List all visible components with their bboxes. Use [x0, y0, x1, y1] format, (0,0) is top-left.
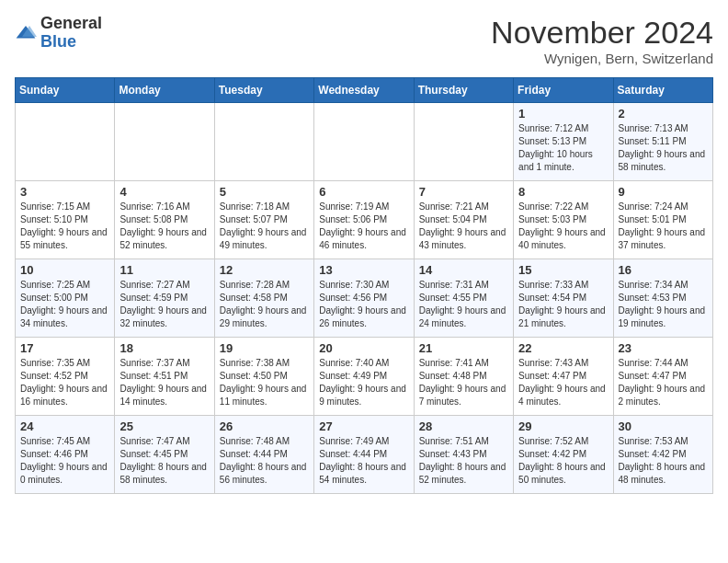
day-info-16: Sunrise: 7:34 AM Sunset: 4:53 PM Dayligh… [619, 279, 708, 330]
week-row-4: 24Sunrise: 7:45 AM Sunset: 4:46 PM Dayli… [16, 416, 713, 494]
day-number-29: 29 [518, 419, 608, 433]
cell-0-4 [414, 103, 513, 181]
day-info-7: Sunrise: 7:21 AM Sunset: 5:04 PM Dayligh… [419, 201, 508, 252]
day-info-25: Sunrise: 7:47 AM Sunset: 4:45 PM Dayligh… [119, 435, 209, 487]
cell-4-0: 24Sunrise: 7:45 AM Sunset: 4:46 PM Dayli… [16, 416, 115, 494]
col-wednesday: Wednesday [314, 78, 414, 103]
col-sunday: Sunday [16, 78, 115, 103]
day-info-2: Sunrise: 7:13 AM Sunset: 5:11 PM Dayligh… [619, 122, 708, 174]
day-number-4: 4 [119, 185, 209, 199]
day-number-22: 22 [518, 341, 608, 355]
day-number-6: 6 [319, 185, 408, 199]
day-number-26: 26 [220, 419, 309, 433]
day-number-7: 7 [419, 185, 508, 199]
calendar-table: Sunday Monday Tuesday Wednesday Thursday… [15, 77, 713, 494]
day-number-25: 25 [119, 419, 209, 433]
title-block: November 2024 Wynigen, Bern, Switzerland [491, 15, 713, 66]
week-row-3: 17Sunrise: 7:35 AM Sunset: 4:52 PM Dayli… [16, 338, 713, 416]
day-info-27: Sunrise: 7:49 AM Sunset: 4:44 PM Dayligh… [319, 435, 408, 487]
day-info-17: Sunrise: 7:35 AM Sunset: 4:52 PM Dayligh… [20, 357, 109, 408]
cell-2-4: 14Sunrise: 7:31 AM Sunset: 4:55 PM Dayli… [414, 259, 513, 338]
col-monday: Monday [115, 78, 214, 103]
cell-0-5: 1Sunrise: 7:12 AM Sunset: 5:13 PM Daylig… [514, 103, 613, 181]
cell-2-0: 10Sunrise: 7:25 AM Sunset: 5:00 PM Dayli… [16, 259, 115, 338]
cell-1-0: 3Sunrise: 7:15 AM Sunset: 5:10 PM Daylig… [16, 181, 115, 259]
col-friday: Friday [514, 78, 613, 103]
day-info-13: Sunrise: 7:30 AM Sunset: 4:56 PM Dayligh… [319, 279, 408, 330]
cell-3-0: 17Sunrise: 7:35 AM Sunset: 4:52 PM Dayli… [16, 338, 115, 416]
day-info-29: Sunrise: 7:52 AM Sunset: 4:42 PM Dayligh… [518, 435, 608, 487]
logo-general: General [40, 15, 102, 33]
cell-3-1: 18Sunrise: 7:37 AM Sunset: 4:51 PM Dayli… [115, 338, 214, 416]
day-info-8: Sunrise: 7:22 AM Sunset: 5:03 PM Dayligh… [518, 201, 608, 252]
day-info-9: Sunrise: 7:24 AM Sunset: 5:01 PM Dayligh… [619, 201, 708, 252]
day-number-12: 12 [220, 263, 309, 277]
day-info-20: Sunrise: 7:40 AM Sunset: 4:49 PM Dayligh… [319, 357, 408, 408]
day-info-30: Sunrise: 7:53 AM Sunset: 4:42 PM Dayligh… [619, 435, 708, 487]
day-number-21: 21 [419, 341, 508, 355]
day-info-5: Sunrise: 7:18 AM Sunset: 5:07 PM Dayligh… [220, 201, 309, 252]
cell-1-5: 8Sunrise: 7:22 AM Sunset: 5:03 PM Daylig… [514, 181, 613, 259]
day-info-11: Sunrise: 7:27 AM Sunset: 4:59 PM Dayligh… [119, 279, 209, 330]
day-number-10: 10 [20, 263, 109, 277]
day-number-3: 3 [20, 185, 109, 199]
day-info-26: Sunrise: 7:48 AM Sunset: 4:44 PM Dayligh… [220, 435, 309, 487]
day-number-30: 30 [619, 419, 708, 433]
cell-4-1: 25Sunrise: 7:47 AM Sunset: 4:45 PM Dayli… [115, 416, 214, 494]
cell-0-0 [16, 103, 115, 181]
day-number-28: 28 [419, 419, 508, 433]
day-number-1: 1 [518, 107, 608, 121]
cell-1-4: 7Sunrise: 7:21 AM Sunset: 5:04 PM Daylig… [414, 181, 513, 259]
month-title: November 2024 [491, 15, 713, 51]
day-info-21: Sunrise: 7:41 AM Sunset: 4:48 PM Dayligh… [419, 357, 508, 408]
col-thursday: Thursday [414, 78, 513, 103]
page-header: General Blue November 2024 Wynigen, Bern… [15, 15, 713, 66]
cell-3-2: 19Sunrise: 7:38 AM Sunset: 4:50 PM Dayli… [214, 338, 313, 416]
cell-1-3: 6Sunrise: 7:19 AM Sunset: 5:06 PM Daylig… [314, 181, 414, 259]
cell-2-1: 11Sunrise: 7:27 AM Sunset: 4:59 PM Dayli… [115, 259, 214, 338]
cell-3-6: 23Sunrise: 7:44 AM Sunset: 4:47 PM Dayli… [613, 338, 712, 416]
week-row-0: 1Sunrise: 7:12 AM Sunset: 5:13 PM Daylig… [16, 103, 713, 181]
col-saturday: Saturday [613, 78, 712, 103]
cell-0-1 [115, 103, 214, 181]
cell-4-2: 26Sunrise: 7:48 AM Sunset: 4:44 PM Dayli… [214, 416, 313, 494]
cell-2-6: 16Sunrise: 7:34 AM Sunset: 4:53 PM Dayli… [613, 259, 712, 338]
cell-1-1: 4Sunrise: 7:16 AM Sunset: 5:08 PM Daylig… [115, 181, 214, 259]
cell-1-6: 9Sunrise: 7:24 AM Sunset: 5:01 PM Daylig… [613, 181, 712, 259]
week-row-1: 3Sunrise: 7:15 AM Sunset: 5:10 PM Daylig… [16, 181, 713, 259]
day-number-5: 5 [220, 185, 309, 199]
day-number-2: 2 [619, 107, 708, 121]
day-number-15: 15 [518, 263, 608, 277]
day-number-27: 27 [319, 419, 408, 433]
cell-3-3: 20Sunrise: 7:40 AM Sunset: 4:49 PM Dayli… [314, 338, 414, 416]
day-number-16: 16 [619, 263, 708, 277]
cell-0-2 [214, 103, 313, 181]
day-number-18: 18 [119, 341, 209, 355]
day-number-23: 23 [619, 341, 708, 355]
cell-0-6: 2Sunrise: 7:13 AM Sunset: 5:11 PM Daylig… [613, 103, 712, 181]
cell-4-4: 28Sunrise: 7:51 AM Sunset: 4:43 PM Dayli… [414, 416, 513, 494]
day-info-10: Sunrise: 7:25 AM Sunset: 5:00 PM Dayligh… [20, 279, 109, 330]
day-number-24: 24 [20, 419, 109, 433]
day-number-13: 13 [319, 263, 408, 277]
day-info-3: Sunrise: 7:15 AM Sunset: 5:10 PM Dayligh… [20, 201, 109, 252]
day-info-14: Sunrise: 7:31 AM Sunset: 4:55 PM Dayligh… [419, 279, 508, 330]
cell-4-6: 30Sunrise: 7:53 AM Sunset: 4:42 PM Dayli… [613, 416, 712, 494]
logo-text: General Blue [40, 15, 102, 52]
day-number-20: 20 [319, 341, 408, 355]
cell-0-3 [314, 103, 414, 181]
day-info-18: Sunrise: 7:37 AM Sunset: 4:51 PM Dayligh… [119, 357, 209, 408]
logo-icon [15, 22, 37, 44]
day-info-4: Sunrise: 7:16 AM Sunset: 5:08 PM Dayligh… [119, 201, 209, 252]
day-info-28: Sunrise: 7:51 AM Sunset: 4:43 PM Dayligh… [419, 435, 508, 487]
day-number-19: 19 [220, 341, 309, 355]
cell-2-3: 13Sunrise: 7:30 AM Sunset: 4:56 PM Dayli… [314, 259, 414, 338]
col-tuesday: Tuesday [214, 78, 313, 103]
cell-4-5: 29Sunrise: 7:52 AM Sunset: 4:42 PM Dayli… [514, 416, 613, 494]
cell-3-5: 22Sunrise: 7:43 AM Sunset: 4:47 PM Dayli… [514, 338, 613, 416]
day-info-1: Sunrise: 7:12 AM Sunset: 5:13 PM Dayligh… [518, 122, 608, 174]
logo: General Blue [15, 15, 102, 52]
header-row: Sunday Monday Tuesday Wednesday Thursday… [16, 78, 713, 103]
cell-1-2: 5Sunrise: 7:18 AM Sunset: 5:07 PM Daylig… [214, 181, 313, 259]
day-info-12: Sunrise: 7:28 AM Sunset: 4:58 PM Dayligh… [220, 279, 309, 330]
